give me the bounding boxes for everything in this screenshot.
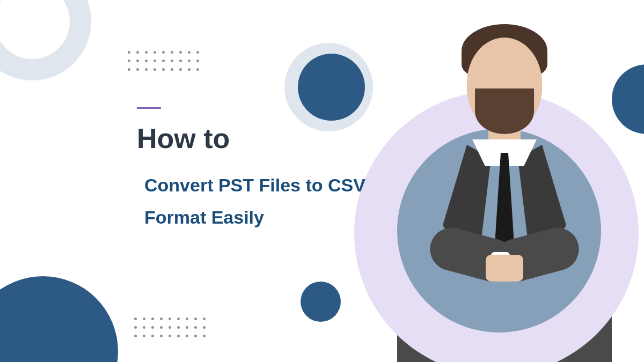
accent-line — [137, 107, 161, 109]
heading-line-3: Format Easily — [144, 202, 365, 234]
dot-grid-top — [128, 51, 200, 71]
text-content: How to Convert PST Files to CSV Format E… — [137, 107, 365, 233]
heading-secondary: Convert PST Files to CSV Format Easily — [144, 169, 365, 233]
circle-decoration-bottom-left — [0, 276, 118, 362]
heading-primary: How to — [137, 122, 365, 154]
dot-grid-bottom — [134, 317, 206, 338]
ring-decoration-top-left — [0, 0, 91, 80]
person-illustration — [386, 19, 623, 362]
circle-decoration-small-bottom — [301, 282, 341, 322]
heading-line-2: Convert PST Files to CSV — [144, 169, 365, 202]
